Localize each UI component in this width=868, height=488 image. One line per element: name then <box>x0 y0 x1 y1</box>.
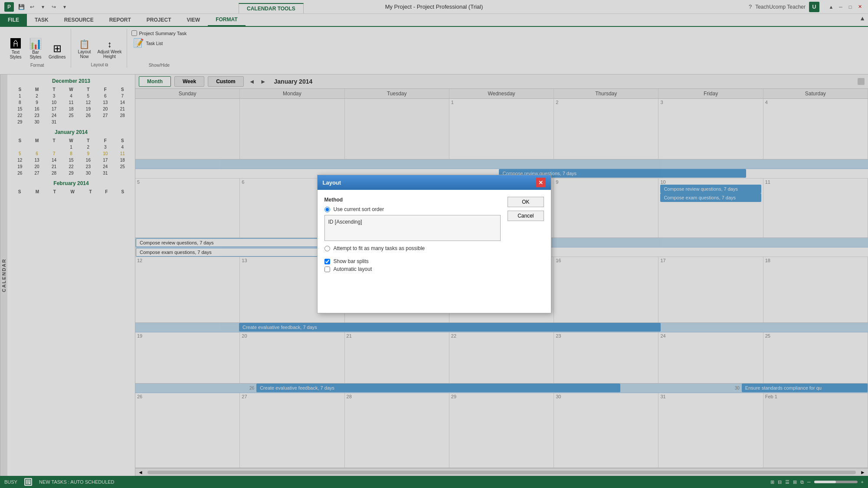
radio-attempt-row: Attempt to fit as many tasks as possible <box>324 245 501 251</box>
dialog-left-panel: Method Use current sort order ID [Ascend… <box>324 197 501 306</box>
show-bar-splits-row: Show bar splits <box>324 258 501 264</box>
radio-current-sort-label: Use current sort order <box>334 206 384 212</box>
layout-dialog: Layout ✕ Method Use current sort order I… <box>317 175 551 313</box>
dialog-overlay: Layout ✕ Method Use current sort order I… <box>0 0 868 488</box>
show-bar-splits-checkbox[interactable] <box>324 259 330 264</box>
dialog-right-panel: OK Cancel <box>508 197 544 306</box>
radio-attempt[interactable] <box>324 246 330 251</box>
dialog-body: Method Use current sort order ID [Ascend… <box>318 190 551 313</box>
sort-order-box: ID [Ascending] <box>324 215 501 241</box>
dialog-title-bar: Layout ✕ <box>318 175 551 190</box>
radio-attempt-label: Attempt to fit as many tasks as possible <box>334 245 425 251</box>
checkboxes-section: Show bar splits Automatic layout <box>324 258 501 272</box>
dialog-title: Layout <box>323 179 341 186</box>
radio-current-sort[interactable] <box>324 207 330 212</box>
ok-button[interactable]: OK <box>508 197 544 207</box>
dialog-close-btn[interactable]: ✕ <box>536 178 546 187</box>
sort-value: ID [Ascending] <box>328 219 362 225</box>
method-label: Method <box>324 197 501 203</box>
automatic-layout-row: Automatic layout <box>324 266 501 272</box>
radio-current-sort-row: Use current sort order <box>324 206 501 212</box>
automatic-layout-checkbox[interactable] <box>324 267 330 272</box>
show-bar-splits-label: Show bar splits <box>334 258 369 264</box>
automatic-layout-label: Automatic layout <box>334 266 372 272</box>
cancel-button[interactable]: Cancel <box>508 211 544 221</box>
